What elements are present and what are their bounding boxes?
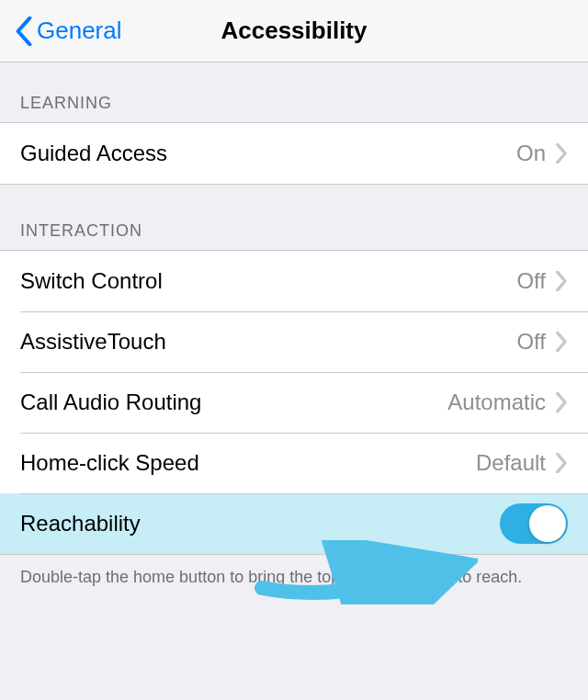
- toggle-knob: [529, 505, 566, 542]
- footer-text: Double-tap the home button to bring the …: [0, 555, 588, 604]
- row-value: On: [516, 141, 546, 166]
- row-value: Default: [476, 450, 546, 476]
- section-header-learning: LEARNING: [0, 62, 588, 122]
- nav-bar: General Accessibility: [0, 0, 588, 62]
- row-label: Reachability: [20, 511, 141, 536]
- chevron-right-icon: [555, 143, 568, 164]
- row-call-audio-routing[interactable]: Call Audio Routing Automatic: [0, 372, 588, 433]
- chevron-right-icon: [555, 332, 568, 352]
- row-label: AssistiveTouch: [20, 329, 166, 355]
- back-button[interactable]: General: [15, 17, 122, 46]
- chevron-right-icon: [555, 271, 568, 291]
- group-interaction: Switch Control Off AssistiveTouch Off Ca…: [0, 250, 588, 555]
- row-label: Guided Access: [20, 141, 167, 166]
- row-guided-access[interactable]: Guided Access On: [0, 123, 588, 184]
- reachability-toggle[interactable]: [500, 503, 568, 544]
- row-value: Off: [516, 329, 546, 355]
- row-home-click-speed[interactable]: Home-click Speed Default: [0, 433, 588, 493]
- chevron-right-icon: [555, 392, 568, 412]
- group-learning: Guided Access On: [0, 122, 588, 185]
- row-label: Home-click Speed: [20, 450, 199, 476]
- row-switch-control[interactable]: Switch Control Off: [0, 251, 588, 311]
- row-assistivetouch[interactable]: AssistiveTouch Off: [0, 311, 588, 372]
- chevron-right-icon: [555, 453, 568, 473]
- row-value: Automatic: [447, 390, 546, 415]
- row-label: Call Audio Routing: [20, 390, 201, 415]
- row-label: Switch Control: [20, 268, 163, 294]
- chevron-left-icon: [15, 17, 33, 46]
- row-reachability: Reachability: [0, 493, 588, 554]
- section-header-interaction: INTERACTION: [0, 185, 588, 250]
- back-label: General: [37, 17, 122, 45]
- row-value: Off: [516, 268, 546, 294]
